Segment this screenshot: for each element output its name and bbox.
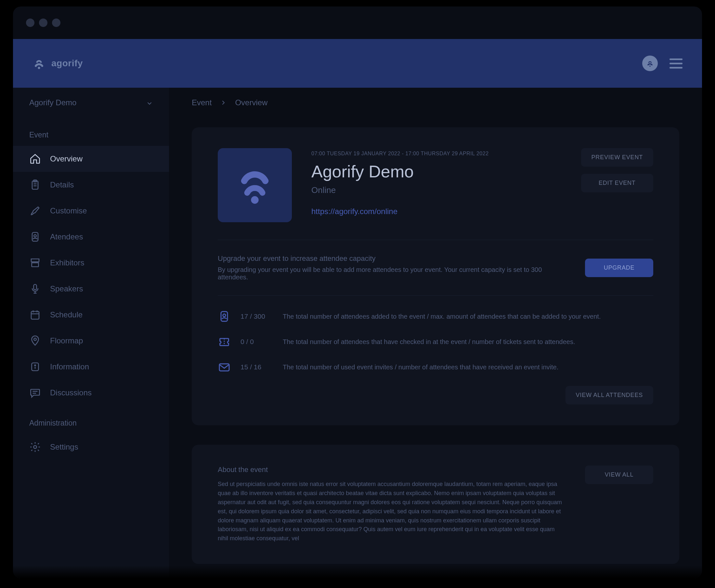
sidebar-item-label: Information	[50, 362, 89, 371]
breadcrumb-root[interactable]: Event	[192, 98, 211, 107]
sidebar-item-overview[interactable]: Overview	[13, 146, 169, 172]
sidebar-context-label: Agorify Demo	[29, 98, 76, 107]
ticket-icon	[218, 335, 231, 348]
clipboard-icon	[29, 179, 41, 191]
preview-event-button[interactable]: PREVIEW EVENT	[581, 148, 653, 167]
edit-event-button[interactable]: EDIT EVENT	[581, 174, 653, 192]
store-icon	[29, 257, 41, 269]
svg-rect-8	[32, 263, 39, 267]
upgrade-title: Upgrade your event to increase attendee …	[218, 254, 572, 263]
view-all-about-button[interactable]: VIEW ALL	[585, 465, 653, 484]
gear-icon	[29, 441, 41, 453]
svg-point-23	[251, 196, 258, 204]
event-url[interactable]: https://agorify.com/online	[311, 207, 561, 216]
sidebar-item-label: Exhibitors	[50, 258, 84, 267]
sidebar-item-label: Schedule	[50, 310, 83, 319]
sidebar-item-settings[interactable]: Settings	[13, 434, 169, 460]
sidebar-item-information[interactable]: Information	[13, 354, 169, 380]
upgrade-description: By upgrading your event you will be able…	[218, 266, 572, 281]
sidebar-item-label: Overview	[50, 154, 83, 163]
view-all-attendees-button[interactable]: VIEW ALL ATTENDEES	[566, 386, 653, 404]
event-dates: 07:00 TUESDAY 19 JANUARY 2022 - 17:00 TH…	[311, 151, 561, 156]
info-icon	[29, 361, 41, 373]
stat-invites: 15 / 16 The total number of used event i…	[218, 361, 653, 374]
sidebar-item-exhibitors[interactable]: Exhibitors	[13, 250, 169, 276]
sidebar-item-label: Discussions	[50, 388, 91, 397]
svg-rect-12	[31, 312, 39, 319]
sidebar-section-event: Event	[13, 118, 169, 146]
sidebar-item-label: Floormap	[50, 336, 83, 345]
sidebar-item-discussions[interactable]: Discussions	[13, 380, 169, 406]
calendar-icon	[29, 309, 41, 321]
stat-description: The total number of attendees added to t…	[283, 313, 600, 320]
brand-icon	[33, 57, 45, 70]
svg-rect-27	[219, 364, 229, 371]
sidebar-section-administration: Administration	[13, 406, 169, 434]
microphone-icon	[29, 283, 41, 295]
upgrade-button[interactable]: UPGRADE	[585, 258, 653, 277]
home-icon	[29, 153, 41, 165]
event-logo	[218, 148, 292, 222]
stat-description: The total number of used event invites /…	[283, 363, 558, 371]
svg-point-0	[38, 67, 40, 69]
user-avatar[interactable]	[642, 56, 658, 71]
sidebar-context-switcher[interactable]: Agorify Demo	[13, 88, 169, 118]
sidebar-item-details[interactable]: Details	[13, 172, 169, 198]
breadcrumb-current: Overview	[235, 98, 267, 107]
traffic-light-close[interactable]	[26, 19, 35, 27]
sidebar: Agorify Demo Event Overview Details	[13, 88, 169, 578]
stat-value: 15 / 16	[241, 363, 273, 371]
stat-value: 17 / 300	[241, 313, 273, 320]
event-format: Online	[311, 185, 561, 195]
brand-name: agorify	[52, 58, 83, 68]
sidebar-item-customise[interactable]: Customise	[13, 198, 169, 224]
sidebar-item-attendees[interactable]: Atendees	[13, 224, 169, 250]
svg-point-25	[223, 314, 226, 317]
badge-icon	[29, 231, 41, 243]
sidebar-item-label: Atendees	[50, 232, 83, 241]
svg-rect-9	[34, 285, 37, 290]
about-title: About the event	[218, 465, 566, 474]
top-bar: agorify	[13, 39, 702, 88]
about-body: Sed ut perspiciatis unde omnis iste natu…	[218, 480, 566, 543]
about-event-card: About the event Sed ut perspiciatis unde…	[192, 445, 679, 564]
attendee-badge-icon	[218, 310, 231, 323]
svg-point-18	[35, 365, 36, 366]
chat-icon	[29, 387, 41, 399]
stat-checkins: 0 / 0 The total number of attendees that…	[218, 335, 653, 348]
brand-logo[interactable]: agorify	[33, 57, 83, 70]
svg-point-7	[34, 234, 36, 237]
stat-value: 0 / 0	[241, 338, 273, 345]
chevron-down-icon	[146, 99, 153, 106]
sidebar-item-label: Settings	[50, 442, 78, 451]
menu-icon[interactable]	[670, 59, 682, 68]
main-content: Event Overview	[169, 88, 702, 578]
traffic-light-minimize[interactable]	[39, 19, 47, 27]
sidebar-item-label: Customise	[50, 206, 87, 215]
sidebar-item-label: Speakers	[50, 284, 83, 293]
stat-description: The total number of attendees that have …	[283, 338, 575, 345]
svg-point-16	[34, 338, 36, 341]
svg-point-1	[649, 65, 651, 67]
event-title: Agorify Demo	[311, 162, 561, 181]
traffic-light-maximize[interactable]	[52, 19, 60, 27]
breadcrumb: Event Overview	[169, 88, 702, 118]
window-titlebar	[13, 6, 702, 39]
chevron-right-icon	[221, 98, 226, 107]
sidebar-item-floormap[interactable]: Floormap	[13, 328, 169, 354]
sidebar-item-speakers[interactable]: Speakers	[13, 276, 169, 302]
pin-icon	[29, 335, 41, 346]
brush-icon	[29, 205, 41, 217]
svg-point-22	[34, 446, 37, 449]
event-overview-card: 07:00 TUESDAY 19 JANUARY 2022 - 17:00 TH…	[192, 127, 679, 425]
envelope-icon	[218, 361, 231, 374]
stat-attendees: 17 / 300 The total number of attendees a…	[218, 310, 653, 323]
sidebar-item-schedule[interactable]: Schedule	[13, 302, 169, 328]
sidebar-item-label: Details	[50, 180, 74, 189]
